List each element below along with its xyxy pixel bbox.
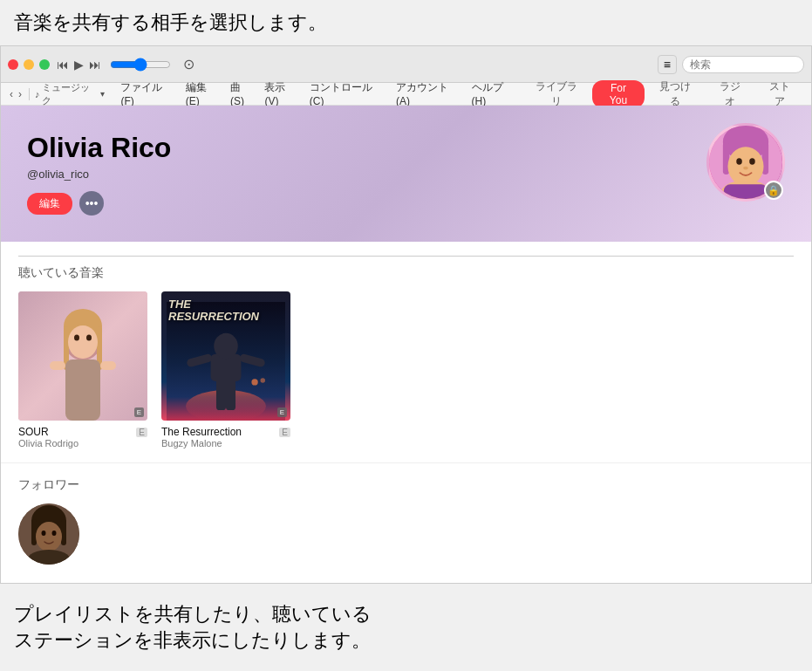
svg-rect-18 [65, 359, 100, 421]
svg-point-37 [52, 531, 57, 536]
svg-point-16 [74, 335, 79, 341]
profile-buttons: 編集 ••• [27, 191, 785, 216]
forward-nav-button[interactable]: › [17, 88, 24, 100]
svg-rect-33 [31, 519, 37, 545]
rewind-button[interactable]: ⏮ [57, 58, 69, 72]
album-artist-resurrection: Bugzy Malone [161, 438, 290, 448]
close-button[interactable] [8, 59, 18, 70]
svg-rect-23 [216, 378, 226, 410]
svg-point-7 [743, 167, 748, 170]
svg-point-5 [736, 158, 742, 164]
avatar-container: 🔒 [706, 123, 785, 202]
resurrection-cover-art: THERESURRECTION E [161, 291, 290, 421]
bottom-instruction: プレイリストを共有したり、聴いているステーションを非表示にしたりします。 [0, 584, 812, 671]
svg-rect-34 [61, 519, 66, 545]
album-title-row-sour: SOUR E [18, 426, 147, 438]
transport-controls: ⏮ ▶ ⏭ ⊙ [57, 56, 194, 72]
explicit-label-sour: E [136, 428, 147, 437]
search-input[interactable] [682, 56, 804, 73]
album-cover-sour: E [18, 291, 147, 421]
help-menu[interactable]: ヘルプ(H) [467, 80, 522, 107]
maximize-button[interactable] [39, 59, 50, 70]
library-label: ミュージック [42, 81, 98, 107]
albums-row: E SOUR E Olivia Rodrigo [18, 291, 794, 448]
edit-profile-button[interactable]: 編集 [27, 193, 72, 215]
followers-section: フォロワー [1, 463, 811, 579]
listening-section: 聴いている音楽 [1, 242, 811, 463]
right-controls: ≡ [658, 55, 804, 74]
music-note-icon: ♪ [35, 89, 40, 99]
svg-point-35 [36, 522, 62, 551]
view-menu[interactable]: 表示(V) [259, 80, 304, 107]
svg-rect-9 [724, 184, 768, 199]
library-dropdown-button[interactable]: ▾ [100, 89, 105, 99]
explicit-badge-sour: E [134, 407, 144, 417]
separator [29, 88, 30, 100]
lock-icon: 🔒 [764, 181, 783, 200]
profile-section: Olivia Rico @olivia_rico 編集 ••• [1, 106, 811, 242]
nav-tab-for-you[interactable]: For You [592, 80, 645, 108]
more-options-button[interactable]: ••• [79, 191, 104, 216]
album-item-resurrection[interactable]: THERESURRECTION E The Resurrection E Bug… [161, 291, 290, 448]
album-item-sour[interactable]: E SOUR E Olivia Rodrigo [18, 291, 147, 448]
follower-avatar[interactable] [18, 503, 79, 565]
account-menu[interactable]: アカウント(A) [391, 80, 467, 107]
svg-rect-20 [100, 361, 116, 370]
bottom-instruction-text: プレイリストを共有したり、聴いているステーションを非表示にしたりします。 [14, 601, 372, 654]
control-menu[interactable]: コントロール(C) [304, 80, 391, 107]
svg-point-36 [42, 531, 46, 536]
profile-handle: @olivia_rico [27, 168, 785, 181]
explicit-badge-resurrection: E [277, 407, 287, 417]
album-title-row-resurrection: The Resurrection E [161, 426, 290, 438]
album-title-resurrection: The Resurrection [161, 426, 242, 438]
edit-menu[interactable]: 編集(E) [181, 80, 225, 107]
listening-section-title: 聴いている音楽 [18, 256, 794, 281]
window-controls [8, 59, 50, 70]
forward-button[interactable]: ⏭ [89, 58, 101, 72]
explicit-label-resurrection: E [279, 428, 290, 437]
menu-button[interactable]: ≡ [658, 55, 677, 74]
followers-label: フォロワー [18, 477, 794, 493]
svg-point-6 [749, 158, 755, 164]
svg-point-26 [214, 333, 238, 359]
play-button[interactable]: ▶ [74, 58, 84, 72]
svg-rect-19 [50, 361, 65, 370]
svg-point-17 [86, 335, 92, 341]
svg-rect-24 [226, 378, 235, 410]
profile-name: Olivia Rico [27, 132, 785, 164]
airplay-button[interactable]: ⊙ [183, 56, 194, 72]
top-instruction: 音楽を共有する相手を選択します。 [0, 0, 812, 45]
file-menu[interactable]: ファイル(F) [115, 80, 180, 107]
svg-point-15 [68, 325, 98, 359]
svg-point-30 [261, 378, 266, 383]
svg-point-29 [251, 379, 257, 385]
itunes-window: ⏮ ▶ ⏭ ⊙ ≡ ‹ › ♪ ミュージック ▾ ファイル(F) 編集(E) 曲… [0, 45, 812, 584]
back-nav-button[interactable]: ‹ [8, 88, 15, 100]
album-title-sour: SOUR [18, 426, 49, 438]
album-artist-sour: Olivia Rodrigo [18, 438, 147, 448]
minimize-button[interactable] [24, 59, 34, 70]
resurrection-title-overlay: THERESURRECTION [168, 298, 259, 324]
svg-point-4 [727, 147, 763, 186]
sour-cover-art: E [18, 291, 147, 421]
content-area[interactable]: Olivia Rico @olivia_rico 編集 ••• [1, 106, 811, 583]
music-icon-label: ♪ ミュージック ▾ [35, 81, 105, 107]
album-cover-resurrection: THERESURRECTION E [161, 291, 290, 421]
volume-slider[interactable] [110, 58, 171, 72]
menu-bar-left: ‹ › ♪ ミュージック ▾ [8, 81, 108, 107]
song-menu[interactable]: 曲(S) [225, 80, 260, 107]
menu-bar: ‹ › ♪ ミュージック ▾ ファイル(F) 編集(E) 曲(S) 表示(V) … [1, 83, 811, 106]
